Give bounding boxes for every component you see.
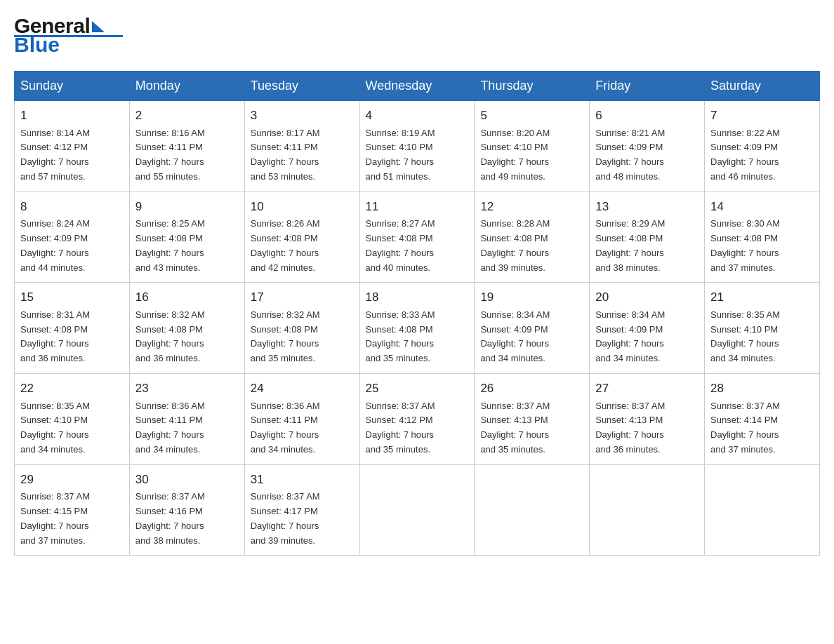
day-number: 11: [366, 198, 469, 216]
day-number: 17: [251, 288, 354, 307]
day-number: 14: [710, 198, 814, 216]
day-info: Sunrise: 8:19 AM Sunset: 4:10 PM Dayligh…: [366, 126, 469, 185]
day-info: Sunrise: 8:26 AM Sunset: 4:08 PM Dayligh…: [251, 217, 354, 275]
day-info: Sunrise: 8:35 AM Sunset: 4:10 PM Dayligh…: [710, 308, 814, 366]
day-cell: 24 Sunrise: 8:36 AM Sunset: 4:11 PM Dayl…: [244, 374, 359, 465]
day-info: Sunrise: 8:20 AM Sunset: 4:10 PM Dayligh…: [480, 126, 583, 185]
day-cell: 25 Sunrise: 8:37 AM Sunset: 4:12 PM Dayl…: [359, 374, 475, 465]
day-info: Sunrise: 8:27 AM Sunset: 4:08 PM Dayligh…: [366, 217, 469, 275]
day-cell: 21 Sunrise: 8:35 AM Sunset: 4:10 PM Dayl…: [705, 283, 820, 374]
day-number: 24: [251, 380, 354, 398]
day-info: Sunrise: 8:33 AM Sunset: 4:08 PM Dayligh…: [366, 308, 469, 366]
day-number: 7: [710, 107, 814, 125]
day-header-thursday: Thursday: [475, 72, 590, 101]
day-info: Sunrise: 8:37 AM Sunset: 4:13 PM Dayligh…: [595, 399, 699, 457]
day-cell: 28 Sunrise: 8:37 AM Sunset: 4:14 PM Dayl…: [705, 374, 820, 465]
day-cell: 29 Sunrise: 8:37 AM Sunset: 4:15 PM Dayl…: [15, 464, 130, 556]
day-number: 2: [135, 107, 239, 125]
day-cell: 1 Sunrise: 8:14 AM Sunset: 4:12 PM Dayli…: [15, 101, 130, 192]
day-info: Sunrise: 8:32 AM Sunset: 4:08 PM Dayligh…: [251, 308, 354, 366]
day-info: Sunrise: 8:34 AM Sunset: 4:09 PM Dayligh…: [595, 308, 699, 366]
day-number: 1: [20, 107, 124, 125]
day-info: Sunrise: 8:21 AM Sunset: 4:09 PM Dayligh…: [595, 126, 699, 185]
day-cell: 26 Sunrise: 8:37 AM Sunset: 4:13 PM Dayl…: [475, 374, 590, 465]
day-info: Sunrise: 8:37 AM Sunset: 4:15 PM Dayligh…: [20, 490, 124, 548]
day-cell: 2 Sunrise: 8:16 AM Sunset: 4:11 PM Dayli…: [129, 101, 244, 192]
day-header-monday: Monday: [129, 72, 244, 101]
day-cell: 31 Sunrise: 8:37 AM Sunset: 4:17 PM Dayl…: [244, 464, 359, 556]
day-cell: 27 Sunrise: 8:37 AM Sunset: 4:13 PM Dayl…: [590, 374, 705, 465]
day-number: 26: [480, 380, 583, 398]
day-cell: 19 Sunrise: 8:34 AM Sunset: 4:09 PM Dayl…: [475, 283, 590, 374]
day-cell: [705, 464, 820, 556]
day-number: 28: [710, 380, 814, 398]
day-cell: 14 Sunrise: 8:30 AM Sunset: 4:08 PM Dayl…: [705, 192, 820, 283]
day-cell: [359, 464, 475, 556]
day-cell: 15 Sunrise: 8:31 AM Sunset: 4:08 PM Dayl…: [15, 283, 130, 374]
day-cell: 7 Sunrise: 8:22 AM Sunset: 4:09 PM Dayli…: [705, 101, 820, 192]
logo-blue-text: Blue: [14, 33, 60, 57]
day-number: 6: [595, 107, 699, 125]
day-number: 21: [710, 288, 814, 307]
day-info: Sunrise: 8:36 AM Sunset: 4:11 PM Dayligh…: [251, 399, 354, 457]
day-info: Sunrise: 8:30 AM Sunset: 4:08 PM Dayligh…: [710, 217, 814, 275]
day-number: 9: [135, 198, 239, 216]
calendar-table: SundayMondayTuesdayWednesdayThursdayFrid…: [14, 71, 820, 556]
day-number: 29: [20, 471, 124, 489]
day-number: 18: [366, 288, 469, 307]
day-cell: 23 Sunrise: 8:36 AM Sunset: 4:11 PM Dayl…: [129, 374, 244, 465]
day-cell: 12 Sunrise: 8:28 AM Sunset: 4:08 PM Dayl…: [475, 192, 590, 283]
day-info: Sunrise: 8:35 AM Sunset: 4:10 PM Dayligh…: [20, 399, 124, 457]
week-row-5: 29 Sunrise: 8:37 AM Sunset: 4:15 PM Dayl…: [15, 464, 820, 556]
calendar-header: SundayMondayTuesdayWednesdayThursdayFrid…: [15, 72, 820, 101]
day-number: 23: [135, 380, 239, 398]
day-header-wednesday: Wednesday: [359, 72, 475, 101]
day-number: 31: [251, 471, 354, 489]
day-number: 22: [20, 380, 124, 398]
week-row-2: 8 Sunrise: 8:24 AM Sunset: 4:09 PM Dayli…: [15, 192, 820, 283]
logo: General Blue: [14, 14, 123, 57]
day-number: 4: [366, 107, 469, 125]
day-info: Sunrise: 8:34 AM Sunset: 4:09 PM Dayligh…: [480, 308, 583, 366]
day-cell: [590, 464, 705, 556]
day-number: 10: [251, 198, 354, 216]
calendar-body: 1 Sunrise: 8:14 AM Sunset: 4:12 PM Dayli…: [15, 101, 820, 556]
day-info: Sunrise: 8:17 AM Sunset: 4:11 PM Dayligh…: [251, 126, 354, 185]
day-number: 3: [251, 107, 354, 125]
day-number: 27: [595, 380, 699, 398]
day-info: Sunrise: 8:31 AM Sunset: 4:08 PM Dayligh…: [20, 308, 124, 366]
day-cell: 8 Sunrise: 8:24 AM Sunset: 4:09 PM Dayli…: [15, 192, 130, 283]
day-info: Sunrise: 8:16 AM Sunset: 4:11 PM Dayligh…: [135, 126, 239, 185]
day-number: 30: [135, 471, 239, 489]
day-info: Sunrise: 8:24 AM Sunset: 4:09 PM Dayligh…: [20, 217, 124, 275]
day-cell: 4 Sunrise: 8:19 AM Sunset: 4:10 PM Dayli…: [359, 101, 475, 192]
day-cell: 30 Sunrise: 8:37 AM Sunset: 4:16 PM Dayl…: [129, 464, 244, 556]
day-cell: 17 Sunrise: 8:32 AM Sunset: 4:08 PM Dayl…: [244, 283, 359, 374]
day-info: Sunrise: 8:36 AM Sunset: 4:11 PM Dayligh…: [135, 399, 239, 457]
day-number: 16: [135, 288, 239, 307]
logo-arrow-icon: [92, 21, 105, 32]
day-info: Sunrise: 8:37 AM Sunset: 4:12 PM Dayligh…: [366, 399, 469, 457]
day-cell: 20 Sunrise: 8:34 AM Sunset: 4:09 PM Dayl…: [590, 283, 705, 374]
day-cell: 9 Sunrise: 8:25 AM Sunset: 4:08 PM Dayli…: [129, 192, 244, 283]
day-cell: 16 Sunrise: 8:32 AM Sunset: 4:08 PM Dayl…: [129, 283, 244, 374]
day-number: 20: [595, 288, 699, 307]
day-info: Sunrise: 8:37 AM Sunset: 4:17 PM Dayligh…: [251, 490, 354, 548]
day-cell: 22 Sunrise: 8:35 AM Sunset: 4:10 PM Dayl…: [15, 374, 130, 465]
day-info: Sunrise: 8:14 AM Sunset: 4:12 PM Dayligh…: [20, 126, 124, 185]
day-number: 12: [480, 198, 583, 216]
day-info: Sunrise: 8:28 AM Sunset: 4:08 PM Dayligh…: [480, 217, 583, 275]
day-number: 8: [20, 198, 124, 216]
day-header-friday: Friday: [590, 72, 705, 101]
day-cell: 13 Sunrise: 8:29 AM Sunset: 4:08 PM Dayl…: [590, 192, 705, 283]
day-info: Sunrise: 8:32 AM Sunset: 4:08 PM Dayligh…: [135, 308, 239, 366]
day-info: Sunrise: 8:22 AM Sunset: 4:09 PM Dayligh…: [710, 126, 814, 185]
page-header: General Blue: [14, 14, 820, 57]
day-cell: 10 Sunrise: 8:26 AM Sunset: 4:08 PM Dayl…: [244, 192, 359, 283]
day-info: Sunrise: 8:37 AM Sunset: 4:14 PM Dayligh…: [710, 399, 814, 457]
day-info: Sunrise: 8:37 AM Sunset: 4:16 PM Dayligh…: [135, 490, 239, 548]
day-header-saturday: Saturday: [705, 72, 820, 101]
day-number: 25: [366, 380, 469, 398]
week-row-1: 1 Sunrise: 8:14 AM Sunset: 4:12 PM Dayli…: [15, 101, 820, 192]
day-cell: 11 Sunrise: 8:27 AM Sunset: 4:08 PM Dayl…: [359, 192, 475, 283]
